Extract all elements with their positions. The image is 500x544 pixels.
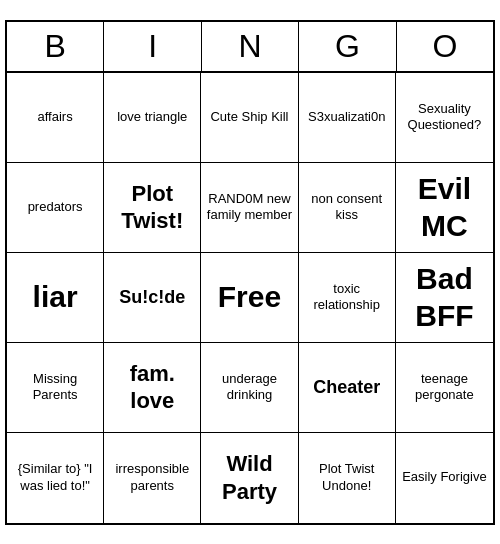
cell-text: predators [28,199,83,215]
header-letter-n: N [202,22,299,71]
header-letter-i: I [104,22,201,71]
bingo-cell-21: irresponsible parents [104,433,201,523]
bingo-cell-3: S3xualizati0n [299,73,396,163]
header-letter-b: B [7,22,104,71]
cell-text: Plot Twist Undone! [304,461,390,494]
header-letter-g: G [299,22,396,71]
bingo-cell-18: Cheater [299,343,396,433]
bingo-cell-24: Easily Forigive [396,433,493,523]
bingo-cell-20: {Similar to} "I was lied to!" [7,433,104,523]
cell-text: irresponsible parents [109,461,195,494]
cell-text: Cheater [313,376,380,399]
bingo-grid: affairslove triangleCute Ship KillS3xual… [7,73,493,523]
bingo-cell-14: Bad BFF [396,253,493,343]
bingo-cell-8: non consent kiss [299,163,396,253]
cell-text: RAND0M new family member [206,191,292,224]
cell-text: Bad BFF [401,260,488,335]
bingo-cell-17: underage drinking [201,343,298,433]
bingo-cell-23: Plot Twist Undone! [299,433,396,523]
bingo-cell-13: toxic relationship [299,253,396,343]
bingo-cell-12: Free [201,253,298,343]
cell-text: Su!c!de [119,286,185,309]
header-letter-o: O [397,22,493,71]
bingo-cell-7: RAND0M new family member [201,163,298,253]
cell-text: S3xualizati0n [308,109,385,125]
bingo-cell-9: Evil MC [396,163,493,253]
cell-text: liar [33,278,78,316]
bingo-cell-15: Missing Parents [7,343,104,433]
cell-text: Easily Forigive [402,469,487,485]
cell-text: affairs [38,109,73,125]
bingo-cell-22: Wild Party [201,433,298,523]
cell-text: toxic relationship [304,281,390,314]
cell-text: fam. love [109,360,195,415]
cell-text: love triangle [117,109,187,125]
bingo-cell-10: liar [7,253,104,343]
cell-text: Evil MC [401,170,488,245]
cell-text: teenage pergonate [401,371,488,404]
bingo-cell-16: fam. love [104,343,201,433]
bingo-cell-2: Cute Ship Kill [201,73,298,163]
bingo-cell-1: love triangle [104,73,201,163]
bingo-card: BINGO affairslove triangleCute Ship Kill… [5,20,495,525]
cell-text: Cute Ship Kill [210,109,288,125]
cell-text: non consent kiss [304,191,390,224]
cell-text: Sexuality Questioned? [401,101,488,134]
cell-text: Plot Twist! [109,180,195,235]
bingo-header: BINGO [7,22,493,73]
cell-text: Wild Party [206,450,292,505]
cell-text: underage drinking [206,371,292,404]
bingo-cell-11: Su!c!de [104,253,201,343]
bingo-cell-19: teenage pergonate [396,343,493,433]
bingo-cell-4: Sexuality Questioned? [396,73,493,163]
cell-text: Free [218,278,281,316]
bingo-cell-5: predators [7,163,104,253]
cell-text: Missing Parents [12,371,98,404]
bingo-cell-0: affairs [7,73,104,163]
cell-text: {Similar to} "I was lied to!" [12,461,98,494]
bingo-cell-6: Plot Twist! [104,163,201,253]
